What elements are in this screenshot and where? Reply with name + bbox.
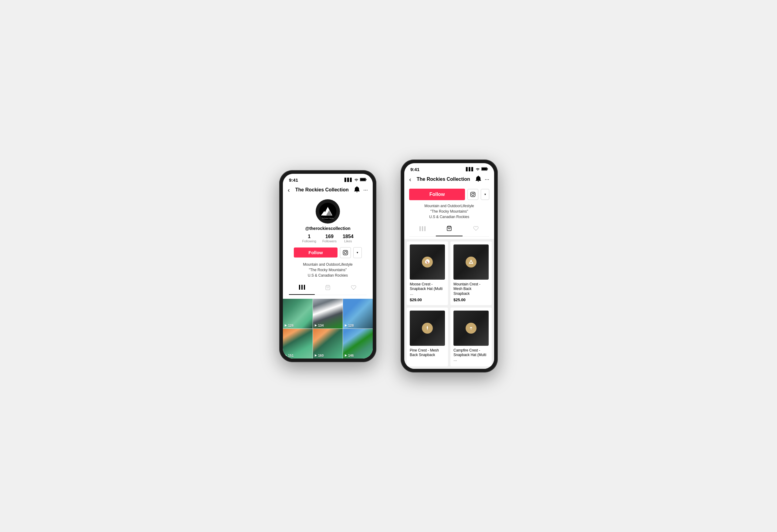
wifi-icon-right — [476, 167, 480, 172]
svg-marker-15 — [285, 324, 287, 327]
more-icon-right[interactable]: ··· — [485, 176, 489, 182]
product-image-4 — [453, 310, 489, 346]
svg-rect-13 — [304, 285, 305, 290]
stat-following-label: Following — [302, 239, 316, 243]
stat-followers-label: Followers — [322, 239, 337, 243]
video-count-4: 151 — [284, 354, 294, 357]
phone-left-screen: 9:41 ▋▋▋ ‹ The Rockies Collection — [283, 174, 373, 359]
video-count-2: 134 — [314, 323, 324, 327]
product-price-1: $29.00 — [410, 297, 445, 302]
phone-right-screen: 9:41 ▋▋▋ ‹ The Rockies Collection — [404, 163, 494, 369]
action-row-left: Follow ▾ — [289, 247, 367, 258]
product-name-1: Moose Crest - Snapback Hat (Multi … — [410, 282, 445, 296]
tabs-row-left — [289, 282, 367, 295]
product-image-3 — [410, 310, 445, 346]
more-icon-left[interactable]: ··· — [363, 187, 368, 193]
stat-followers-value: 169 — [322, 234, 337, 239]
stats-row-left: 1 Following 169 Followers 1854 Likes — [302, 234, 353, 243]
video-thumb-2[interactable]: 134 — [313, 299, 343, 328]
svg-rect-23 — [487, 168, 488, 169]
page-title-left: The Rockies Collection — [295, 187, 349, 192]
svg-text:The Rockies Collection: The Rockies Collection — [322, 218, 334, 219]
follow-button-right[interactable]: Follow — [409, 189, 465, 200]
signal-icon-left: ▋▋▋ — [344, 178, 353, 182]
svg-rect-22 — [482, 168, 487, 170]
svg-rect-28 — [422, 226, 423, 231]
status-icons-right: ▋▋▋ — [466, 167, 488, 172]
bio-right: Mountain and OutdoorLifestyle "The Rocky… — [409, 203, 489, 220]
product-price-2: $25.00 — [453, 297, 489, 302]
video-thumb-5[interactable]: 160 — [313, 329, 343, 359]
tab-shop-right[interactable] — [436, 223, 463, 236]
video-thumb-4[interactable]: 151 — [283, 329, 313, 359]
wifi-icon-left — [354, 178, 358, 182]
svg-rect-29 — [424, 226, 426, 231]
video-thumb-3[interactable]: 128 — [343, 299, 373, 328]
svg-marker-20 — [345, 354, 347, 357]
battery-icon-right — [481, 167, 488, 172]
svg-point-33 — [470, 261, 472, 263]
follow-row-right: Follow ▾ — [409, 189, 489, 200]
instagram-button-right[interactable] — [467, 189, 478, 200]
dropdown-button-left[interactable]: ▾ — [353, 247, 362, 258]
svg-point-10 — [346, 251, 347, 251]
username-left: @therockiescollection — [305, 226, 350, 231]
back-button-right[interactable]: ‹ — [409, 176, 411, 183]
svg-rect-11 — [299, 285, 300, 290]
video-thumb-6[interactable]: 146 — [343, 329, 373, 359]
product-card-1[interactable]: 🦌 Moose Crest - Snapback Hat (Multi … $2… — [407, 241, 448, 305]
video-grid-left: 126 134 128 — [283, 299, 373, 359]
stat-likes-value: 1854 — [343, 234, 354, 239]
hat-patch-4 — [466, 323, 476, 334]
product-card-2[interactable]: Mountain Crest - Mesh Back Snapback $25.… — [450, 241, 492, 305]
dropdown-button-right[interactable]: ▾ — [481, 189, 489, 200]
signal-icon-right: ▋▋▋ — [466, 167, 474, 171]
hat-patch-1: 🦌 — [422, 257, 433, 268]
stat-likes-label: Likes — [343, 239, 354, 243]
tab-videos-right[interactable] — [409, 223, 436, 236]
stat-following: 1 Following — [302, 234, 316, 243]
avatar-left: The Rockies Collection — [316, 199, 340, 224]
instagram-button-left[interactable] — [340, 247, 351, 258]
phone-right: 9:41 ▋▋▋ ‹ The Rockies Collection — [401, 159, 498, 373]
svg-point-34 — [470, 328, 472, 329]
bell-icon-right[interactable] — [476, 176, 481, 183]
product-name-3: Pine Crest - Mesh Back Snapback — [410, 348, 445, 358]
bell-icon-left[interactable] — [354, 186, 360, 194]
tab-videos-left[interactable] — [289, 282, 315, 295]
svg-rect-2 — [366, 179, 367, 180]
product-card-4[interactable]: Campfire Crest - Snapback Hat (Multi … — [450, 307, 492, 367]
profile-content: The Rockies Collection @therockiescollec… — [283, 196, 373, 299]
tab-likes-left[interactable] — [341, 282, 367, 295]
svg-text:🦌: 🦌 — [426, 260, 430, 264]
product-card-3[interactable]: Pine Crest - Mesh Back Snapback — [407, 307, 448, 367]
battery-icon-left — [360, 178, 367, 182]
follow-button-left[interactable]: Follow — [294, 248, 337, 258]
svg-point-25 — [472, 193, 474, 195]
svg-marker-16 — [315, 324, 317, 327]
stat-likes: 1854 Likes — [343, 234, 354, 243]
svg-marker-19 — [315, 354, 317, 357]
svg-point-9 — [344, 251, 347, 254]
status-bar-left: 9:41 ▋▋▋ — [283, 174, 373, 184]
product-tabs-row — [409, 223, 489, 237]
page-title-right: The Rockies Collection — [417, 176, 470, 182]
back-button-left[interactable]: ‹ — [288, 186, 290, 193]
svg-marker-17 — [345, 324, 347, 327]
video-count-1: 126 — [284, 323, 294, 327]
video-thumb-1[interactable]: 126 — [283, 299, 313, 328]
product-image-1: 🦌 — [410, 245, 445, 280]
tab-shop-left[interactable] — [315, 282, 341, 295]
svg-rect-8 — [343, 250, 347, 255]
product-grid: 🦌 Moose Crest - Snapback Hat (Multi … $2… — [404, 239, 494, 369]
svg-marker-18 — [285, 354, 287, 357]
tab-likes-right[interactable] — [463, 223, 489, 236]
video-count-5: 160 — [314, 354, 324, 357]
status-time-left: 9:41 — [289, 177, 298, 182]
nav-icons-left: ··· — [354, 186, 368, 194]
svg-rect-27 — [420, 226, 421, 231]
nav-bar-left: ‹ The Rockies Collection ··· — [283, 184, 373, 196]
stat-following-value: 1 — [302, 234, 316, 239]
video-count-6: 146 — [344, 354, 354, 357]
stat-followers: 169 Followers — [322, 234, 337, 243]
